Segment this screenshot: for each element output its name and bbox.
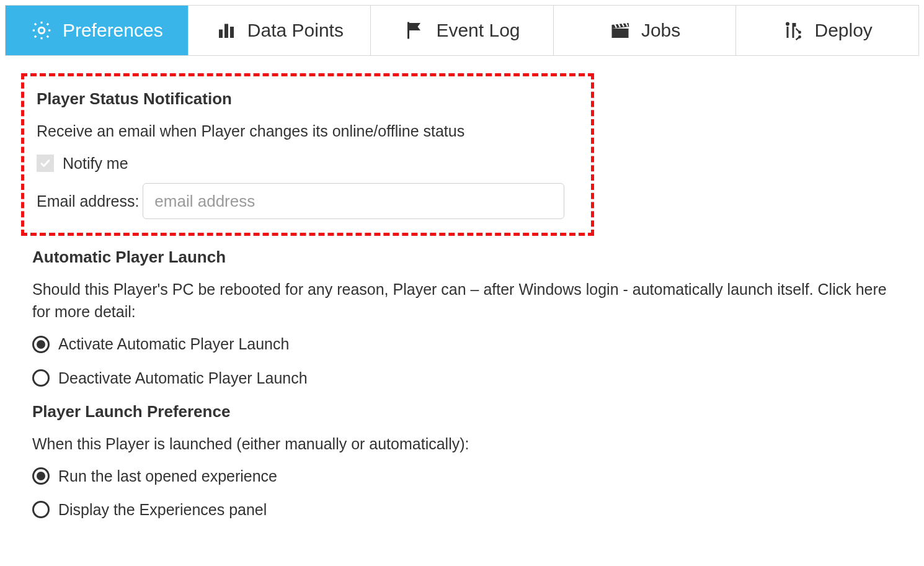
email-input[interactable]	[143, 183, 564, 219]
player-launch-preference-section: Player Launch Preference When this Playe…	[32, 400, 892, 521]
tab-label: Jobs	[641, 20, 680, 41]
section-title: Player Launch Preference	[32, 400, 892, 424]
player-status-notification-section: Player Status Notification Receive an em…	[21, 73, 594, 236]
tab-preferences[interactable]: Preferences	[6, 6, 189, 55]
notify-me-checkbox[interactable]	[37, 155, 54, 172]
notify-me-label: Notify me	[63, 152, 128, 174]
section-desc: Should this Player's PC be rebooted for …	[32, 278, 892, 323]
section-desc: Receive an email when Player changes its…	[37, 120, 579, 142]
section-desc: When this Player is launched (either man…	[32, 433, 892, 455]
svg-rect-1	[219, 30, 223, 38]
preferences-panel: Player Status Notification Receive an em…	[0, 56, 924, 544]
tab-label: Data Points	[247, 20, 344, 41]
radio-label: Deactivate Automatic Player Launch	[58, 367, 308, 389]
section-title: Player Status Notification	[37, 88, 579, 111]
tab-label: Deploy	[814, 20, 872, 41]
tab-deploy[interactable]: Deploy	[736, 6, 918, 55]
email-label: Email address:	[37, 190, 139, 212]
check-icon	[40, 158, 51, 169]
svg-rect-6	[787, 27, 789, 38]
radio-label: Activate Automatic Player Launch	[58, 333, 289, 355]
svg-point-0	[38, 27, 45, 34]
radio-display-experiences-panel[interactable]	[32, 501, 50, 518]
bar-chart-icon	[215, 19, 238, 42]
clapper-icon	[609, 19, 631, 42]
flag-icon	[404, 19, 426, 42]
svg-rect-3	[230, 27, 234, 38]
radio-deactivate-auto-launch[interactable]	[32, 369, 50, 387]
radio-label: Run the last opened experience	[58, 465, 277, 487]
tab-label: Preferences	[63, 20, 163, 41]
gear-icon	[30, 19, 53, 42]
tab-bar: Preferences Data Points Event Log	[5, 5, 919, 56]
automatic-player-launch-section: Automatic Player Launch Should this Play…	[32, 246, 892, 389]
tab-label: Event Log	[436, 20, 520, 41]
tab-data-points[interactable]: Data Points	[189, 6, 371, 55]
svg-rect-2	[224, 24, 228, 38]
section-title: Automatic Player Launch	[32, 246, 892, 269]
tab-event-log[interactable]: Event Log	[371, 6, 554, 55]
tab-jobs[interactable]: Jobs	[554, 6, 737, 55]
if-deploy-icon	[782, 19, 804, 42]
radio-run-last-experience[interactable]	[32, 467, 50, 485]
radio-label: Display the Experiences panel	[58, 498, 267, 521]
svg-point-5	[786, 22, 789, 26]
radio-activate-auto-launch[interactable]	[32, 336, 50, 353]
